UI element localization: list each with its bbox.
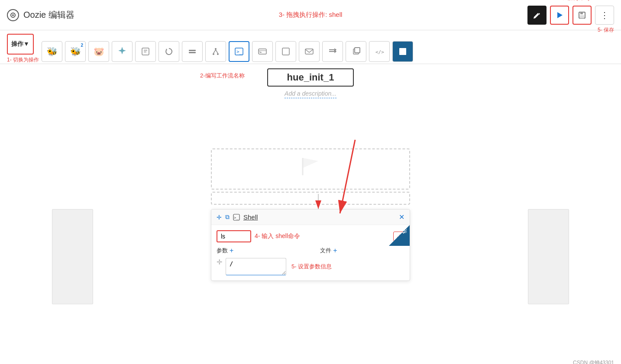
distcp-icon-btn[interactable] [275, 41, 296, 62]
header-left: Oozie 编辑器 [7, 9, 74, 21]
fs-icon [164, 47, 174, 56]
spark-icon-btn[interactable] [112, 41, 133, 62]
svg-rect-9 [189, 50, 196, 51]
page-title: Oozie 编辑器 [23, 9, 74, 21]
header: Oozie 编辑器 3- 拖拽执行操作: shell 6-立即运行(测试) ⋮ … [0, 0, 621, 30]
svg-rect-10 [189, 52, 196, 53]
svg-rect-4 [580, 12, 583, 14]
hive2-icon-btn[interactable]: 🐝 2 [65, 41, 86, 62]
shell-icon-btn[interactable]: >_ [229, 41, 249, 62]
svg-text:>_: >_ [236, 49, 243, 55]
generic-icon [351, 47, 361, 56]
svg-marker-2 [557, 12, 563, 18]
ssh-icon-btn[interactable] [252, 41, 273, 62]
watermark: CSDN @蝉43301 [573, 359, 614, 364]
shell-action-card: ✛ ⧉ >_ Shell ✕ 4- 输入 shell命令 [211, 209, 410, 281]
ssh-icon [258, 47, 267, 56]
params-label-container: 参数 + [217, 247, 233, 254]
shell-command-row: 4- 输入 shell命令 ⤢ [217, 230, 404, 242]
shell-card-body: 4- 输入 shell命令 ⤢ 参数 + 文件 + ✛ [211, 225, 410, 280]
sqoop-icon-btn[interactable] [182, 41, 203, 62]
param-value-input[interactable]: / [226, 258, 286, 275]
run-label-annotation: 6-立即运行(测试) [550, 0, 590, 2]
params-add-button[interactable]: + [230, 247, 233, 254]
shell-command-label: 4- 输入 shell命令 [255, 232, 300, 240]
close-icon: ✕ [399, 213, 404, 221]
toolbar-annotation-1: 1- 切换为操作 [7, 56, 39, 64]
java-icon [141, 47, 150, 56]
shell-params-files-row: 参数 + 文件 + [217, 247, 404, 254]
hive-icon: 🐝 [47, 46, 58, 57]
move-icon[interactable]: ✛ [217, 214, 222, 221]
svg-rect-23 [305, 49, 313, 54]
svg-text:</>: </> [375, 49, 384, 55]
params-label: 参数 [217, 247, 228, 254]
subworkflow-icon [328, 47, 337, 56]
toolbar: 操作▼ 1- 切换为操作 🐝 🐝 2 🐷 >_ [0, 30, 621, 64]
pig-icon-btn[interactable]: 🐷 [88, 41, 109, 62]
header-buttons: ⋮ [527, 6, 614, 25]
action-dropdown-button[interactable]: 操作▼ [7, 34, 34, 55]
fs-icon-btn[interactable] [158, 41, 179, 62]
canvas-area: 2-编写工作流名称 Add a description... ✛ ⧉ >_ Sh… [0, 64, 621, 364]
side-panel-right [528, 209, 569, 304]
svg-point-12 [213, 53, 214, 55]
files-add-button[interactable]: + [333, 247, 337, 254]
svg-rect-27 [355, 48, 360, 53]
flag-icon [298, 156, 323, 183]
side-panel-left [52, 209, 93, 304]
git-icon-btn[interactable] [205, 41, 226, 62]
workflow-description-input[interactable]: Add a description... [285, 90, 336, 98]
generic-icon-btn[interactable] [346, 41, 366, 62]
header-center-text: 3- 拖拽执行操作: shell [279, 11, 343, 19]
hive2-badge: 2 [81, 43, 83, 48]
subworkflow-icon-btn[interactable] [322, 41, 343, 62]
end-icon [398, 47, 407, 56]
svg-text:>_: >_ [234, 216, 239, 220]
svg-rect-5 [580, 15, 584, 18]
svg-point-13 [217, 53, 219, 55]
workflow-name-container: 2-编写工作流名称 Add a description... [267, 68, 354, 98]
shell-prompt-icon: >_ [233, 214, 240, 221]
files-label: 文件 [320, 247, 331, 254]
save-button[interactable] [572, 6, 592, 25]
shell-param-input-row: ✛ / 5- 设置参数信息 [217, 258, 404, 275]
hive-icon-btn[interactable]: 🐝 [42, 41, 62, 62]
workflow-name-input[interactable] [267, 68, 354, 87]
param-drag-handle[interactable]: ✛ [217, 258, 222, 266]
java-icon-btn[interactable] [135, 41, 156, 62]
shell-command-input[interactable] [217, 230, 251, 242]
pig-icon: 🐷 [94, 46, 104, 57]
shell-card-title-text: Shell [243, 213, 258, 221]
param-label: 5- 设置参数信息 [291, 263, 332, 271]
workflow-name-annotation: 2-编写工作流名称 [200, 72, 245, 80]
svg-rect-30 [399, 48, 406, 55]
hive2-icon: 🐝 [70, 46, 81, 57]
spark-icon [117, 46, 127, 57]
flag-placeholder [211, 148, 410, 190]
email-icon [304, 47, 314, 56]
email-icon-btn[interactable] [299, 41, 320, 62]
empty-action-placeholder [211, 192, 410, 205]
files-label-container: 文件 + [320, 247, 337, 254]
oozie-logo [7, 9, 19, 21]
shell-close-button[interactable]: ✕ [399, 213, 404, 221]
edit-button[interactable] [527, 6, 547, 25]
more-button[interactable]: ⋮ [595, 6, 614, 25]
decisionnode-icon-btn[interactable]: </> [369, 41, 390, 62]
end-icon-btn[interactable] [392, 41, 413, 62]
action-label: 操作▼ [11, 40, 29, 48]
sqoop-icon [188, 47, 197, 56]
shell-card-title: ✛ ⧉ >_ Shell [217, 213, 258, 221]
save-label-annotation: 5- 保存 [598, 26, 614, 34]
decisionnode-icon: </> [375, 47, 384, 56]
svg-point-1 [12, 14, 14, 16]
run-button[interactable] [550, 6, 569, 25]
svg-rect-6 [142, 48, 149, 55]
more-icon: ⋮ [600, 10, 609, 20]
distcp-icon [281, 47, 291, 56]
git-icon [211, 47, 220, 56]
shell-card-header: ✛ ⧉ >_ Shell ✕ [211, 209, 410, 225]
shell-icon: >_ [234, 47, 244, 56]
copy-icon[interactable]: ⧉ [225, 213, 230, 221]
